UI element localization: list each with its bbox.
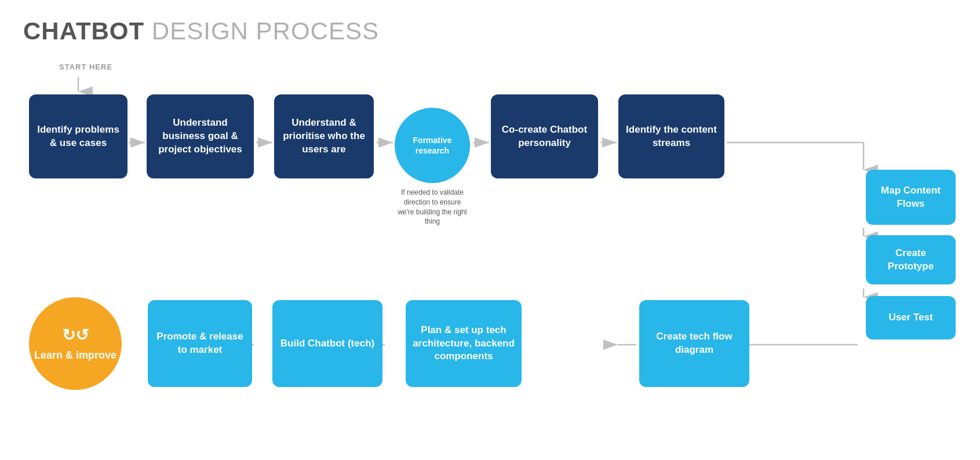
identify-problems-text: Identify problems & use cases [36,123,121,150]
formative-research-text: Formative research [395,129,470,162]
create-tech-flow-box: Create tech flow diagram [639,300,749,387]
plan-setup-text: Plan & set up tech architecture, backend… [413,324,515,364]
title-bold: CHATBOT [23,17,144,45]
identify-content-streams-text: Identify the content streams [625,123,717,150]
create-prototype-text: Create Prototype [873,247,949,273]
promote-release-text: Promote & release to market [155,330,245,357]
page-container: CHATBOT DESIGN PROCESS [0,0,980,460]
formative-research-wrapper: Formative research If needed to validate… [395,108,470,227]
understand-business-box: Understand business goal & project objec… [147,94,254,178]
user-test-text: User Test [888,311,932,324]
start-here-label: START HERE [59,63,112,71]
identify-content-streams-box: Identify the content streams [618,94,724,178]
user-test-box: User Test [866,296,956,339]
map-content-flows-box: Map Content Flows [866,170,956,225]
create-tech-flow-text: Create tech flow diagram [646,330,742,357]
co-create-chatbot-box: Co-create Chatbot personality [491,94,598,178]
understand-users-box: Understand & prioritise who the users ar… [274,94,374,178]
build-chatbot-box: Build Chatbot (tech) [272,300,382,387]
co-create-chatbot-text: Co-create Chatbot personality [498,123,591,150]
learn-improve-text: Learn & improve [34,349,116,362]
promote-release-box: Promote & release to market [148,300,252,387]
build-chatbot-text: Build Chatbot (tech) [280,337,374,351]
map-content-flows-text: Map Content Flows [873,184,949,211]
identify-problems-box: Identify problems & use cases [29,94,127,178]
understand-users-text: Understand & prioritise who the users ar… [281,116,367,156]
page-title: CHATBOT DESIGN PROCESS [23,17,957,45]
learn-improve-circle: ↻↺ Learn & improve [29,297,122,390]
formative-research-note: If needed to validate direction to ensur… [395,188,470,227]
create-prototype-box: Create Prototype [866,235,956,284]
formative-research-circle: Formative research [395,108,470,183]
understand-business-text: Understand business goal & project objec… [154,116,247,156]
title-light: DESIGN PROCESS [144,17,379,45]
plan-setup-box: Plan & set up tech architecture, backend… [406,300,522,387]
refresh-icon: ↻↺ [62,325,89,346]
